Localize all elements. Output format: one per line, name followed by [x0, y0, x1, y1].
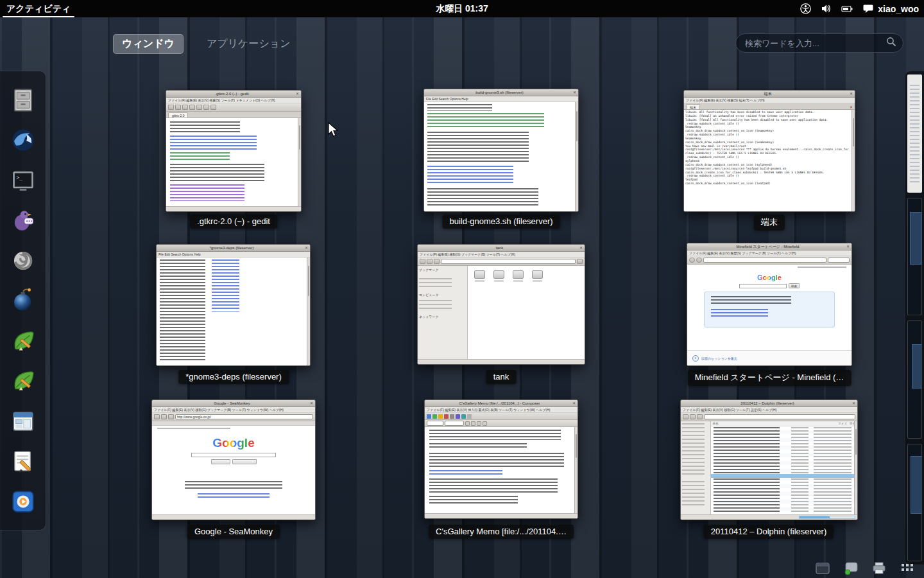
google-logo: Google: [757, 274, 782, 281]
dash: >_: [0, 71, 46, 530]
text-lines: [160, 259, 206, 361]
im-status-icon[interactable]: [843, 561, 859, 576]
paragraph-select: [427, 421, 443, 426]
google-logo: Google: [212, 436, 254, 450]
window-thumbnail-build-script[interactable]: build-gnome3.sh (fileserver)✕ File Edit …: [424, 89, 579, 212]
titlebar: .gtkrc-2.0 (~) - gedit✕: [166, 91, 301, 98]
dash-item-terminal[interactable]: >_: [8, 165, 38, 196]
google-search-button: 検索: [789, 283, 800, 288]
dash-item-file-browser[interactable]: [8, 406, 38, 437]
format-toolbar: [425, 420, 578, 427]
text-lines: [170, 152, 229, 161]
close-icon: ✕: [573, 91, 576, 94]
window-thumbnail-dolphin[interactable]: 20110412 – Dolphin (fileserver)✕ ファイル(F)…: [680, 399, 858, 520]
activities-button[interactable]: アクティビティ: [0, 0, 80, 17]
places-sidebar: [681, 421, 711, 514]
dash-item-leafpad[interactable]: [8, 326, 38, 356]
text-lines: [198, 493, 270, 498]
battery-icon[interactable]: [841, 4, 853, 13]
search-box[interactable]: [735, 33, 903, 53]
menubar: ファイル(F) 編集(E) 表示(V) 検索(S) 端末(T) ヘルプ(H): [684, 98, 855, 103]
text-lines: [427, 188, 538, 207]
dash-item-file-manager[interactable]: [8, 85, 38, 116]
workspace-thumbnail-4[interactable]: [907, 444, 922, 562]
clock[interactable]: 水曜日 01:37: [436, 3, 488, 15]
window-thumbnail-gnome3-deps[interactable]: *gnome3-deps (fileserver)✕ File Edit Sea…: [156, 244, 311, 366]
text-lines: [212, 259, 239, 311]
status-area: xiao_woo: [800, 0, 919, 17]
dash-item-notes[interactable]: [8, 446, 38, 477]
navigation-toolbar: http://www.google.co.jp/: [152, 413, 315, 421]
gimp-swirl-icon: [10, 247, 37, 274]
dash-item-gimp[interactable]: [8, 245, 38, 276]
window-thumbnail-terminal[interactable]: 端末✕ ファイル(F) 編集(E) 表示(V) 検索(S) 端末(T) ヘルプ(…: [683, 90, 855, 212]
window-thumbnail-minefield[interactable]: Minefield スタートページ - Minefield✕ ファイル(F) 編…: [687, 243, 852, 366]
titlebar: C'sGallery Memo [file:/.../201104...] - …: [425, 400, 578, 407]
text-lines: [711, 296, 792, 305]
window-caption: C'sGallery Memo [file:/.../201104.…: [429, 525, 574, 539]
accessibility-icon[interactable]: [800, 3, 811, 14]
grid-icon[interactable]: [900, 561, 915, 576]
workspace-thumbnail-1[interactable]: [907, 74, 922, 193]
text-lines: [170, 121, 240, 133]
window-thumbnail-seamonkey[interactable]: Google - SeaMonkey✕ ファイル(F) 編集(E) 表示(V) …: [151, 399, 316, 520]
dash-item-leafpad-2[interactable]: [8, 365, 38, 396]
text-lines: [429, 453, 563, 468]
text-lines: [419, 278, 452, 290]
text-lines: [429, 430, 561, 440]
dash-item-pidgin[interactable]: [8, 205, 38, 236]
lucky-button: [232, 459, 257, 464]
history-clock-icon: [692, 355, 699, 362]
leafpad-icon: [10, 328, 37, 355]
window-icon[interactable]: [815, 561, 830, 576]
close-icon: ✕: [572, 401, 576, 405]
titlebar: 20110412 – Dolphin (fileserver)✕: [681, 400, 857, 407]
titlebar: *gnome3-deps (fileserver)✕: [157, 245, 310, 252]
sidebar-item: ブックマーク: [419, 268, 466, 272]
dash-item-minefield[interactable]: [8, 285, 38, 316]
terminal-content: libuim: All functionality has been disab…: [684, 110, 855, 211]
user-menu[interactable]: xiao_woo: [863, 4, 919, 14]
places-sidebar: ブックマーク コンピュータ ネットワーク: [418, 266, 468, 359]
file-area: [468, 266, 585, 359]
titlebar: 端末✕: [684, 91, 855, 98]
window-thumbnail-gedit[interactable]: .gtkrc-2.0 (~) - gedit✕ ファイル(F) 編集(E) 表示…: [166, 90, 302, 212]
text-lines: [427, 113, 544, 128]
dash-item-seamonkey[interactable]: [8, 125, 38, 155]
tab-applications[interactable]: アプリケーション: [198, 34, 300, 54]
toolbar: [418, 258, 585, 266]
titlebar: tank✕: [418, 245, 585, 252]
dash-item-media-player[interactable]: [8, 486, 38, 517]
minefield-bomb-icon: [10, 287, 37, 314]
file-icon: [473, 270, 486, 282]
google-search-input: [191, 453, 276, 457]
notes-icon: [10, 448, 37, 475]
leafpad-icon: [10, 367, 37, 394]
workspace-thumbnail-2[interactable]: [907, 198, 922, 316]
menubar: ファイル(F) 編集(E) 表示(V) 移動(G) ツール(T) 設定(S) ヘ…: [681, 407, 857, 413]
volume-icon[interactable]: [821, 3, 832, 14]
window-thumbnail-composer[interactable]: C'sGallery Memo [file:/.../201104...] - …: [424, 399, 578, 519]
toolbar: [681, 413, 857, 421]
menubar: File Edit Search Options Help: [424, 96, 578, 102]
window-thumbnail-tank[interactable]: tank✕ ファイル(F) 編集(E) 移動(G) ブックマーク(B) ツール(…: [417, 244, 585, 365]
document-content: [425, 427, 578, 513]
workspace-thumbnail-3[interactable]: [907, 320, 922, 439]
file-icon: [492, 270, 505, 282]
text-lines: [429, 478, 558, 492]
url-bar: [703, 258, 826, 263]
window-caption: .gtkrc-2.0 (~) - gedit: [190, 215, 277, 229]
file-icon: [511, 270, 524, 282]
text-lines: [427, 166, 513, 186]
terminal-icon: >_: [10, 167, 37, 194]
message-tray: [815, 561, 915, 576]
tab-windows[interactable]: ウィンドウ: [113, 34, 184, 54]
sidebar-item: ネットワーク: [419, 315, 466, 319]
text-lines: [170, 136, 256, 150]
file-icon: [531, 270, 543, 282]
statusbar: [166, 206, 301, 211]
scrollbar: [574, 427, 578, 513]
search-input[interactable]: [745, 39, 886, 48]
browser-content: Google: [152, 426, 315, 514]
printer-icon[interactable]: [871, 561, 887, 576]
